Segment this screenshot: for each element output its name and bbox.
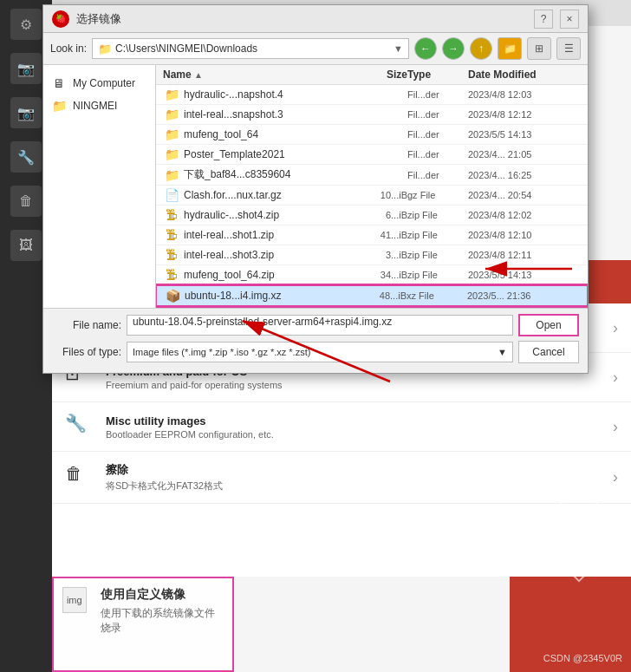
file-name-cell: mufeng_tool_64 [184, 128, 355, 140]
file-date-cell: 2023/4/8 12:03 [468, 89, 581, 100]
dialog-title: 选择镜像 [76, 11, 527, 27]
file-size-cell: 34...iB [355, 270, 407, 280]
file-size-cell: 48...iB [355, 290, 407, 301]
path-text: C:\Users\NINGMEI\Downloads [115, 42, 394, 55]
table-row[interactable]: 📄 Clash.for....nux.tar.gz 10...iB gz Fil… [156, 186, 588, 206]
file-type-cell: Fil...der [407, 149, 468, 160]
file-name-cell: 下载_baf84...c8359604 [184, 167, 355, 182]
computer-icon: 🖥 [50, 76, 68, 90]
filename-label: File name: [52, 319, 121, 331]
file-name-cell: Clash.for....nux.tar.gz [184, 189, 355, 201]
path-combo[interactable]: 📁 C:\Users\NINGMEI\Downloads ▼ [92, 38, 409, 59]
col-header-name: Name ▲ [163, 69, 355, 81]
filetype-value: Image files (*.img *.zip *.iso *.gz *.xz… [133, 347, 310, 357]
table-row[interactable]: 📁 Poster_Template2021 Fil...der 2023/4..… [156, 145, 588, 165]
file-name-cell: hydraulic-...napshot.4 [184, 88, 355, 101]
nav-forward-button[interactable]: → [442, 37, 465, 60]
filetype-label: Files of type: [52, 346, 121, 358]
col-header-date: Date Modified [468, 69, 581, 81]
nav-item-ningmei[interactable]: 📁 NINGMEI [43, 95, 155, 117]
table-row[interactable]: 🗜 intel-real...shot3.zip 3...iB zip File… [156, 245, 588, 265]
file-date-cell: 2023/4... 16:25 [468, 170, 581, 180]
table-row[interactable]: 📁 intel-real...snapshot.3 Fil...der 2023… [156, 105, 588, 125]
file-type-icon: 🗜 [163, 248, 180, 262]
folder-path-icon: 📁 [98, 42, 112, 55]
filetype-arrow-icon: ▼ [498, 347, 507, 357]
col-header-type: Type [407, 69, 468, 81]
file-type-icon: 🗜 [163, 268, 180, 282]
help-button[interactable]: ? [534, 10, 553, 29]
open-button[interactable]: Open [518, 314, 579, 336]
file-chooser-dialog: 🍓 选择镜像 ? × Look in: 📁 C:\Users\NINGMEI\D… [42, 4, 589, 374]
file-size-cell: 3...iB [355, 250, 407, 260]
new-folder-button[interactable]: 📁 [498, 37, 522, 60]
file-name-cell: intel-real...snapshot.3 [184, 108, 355, 121]
filetype-combo[interactable]: Image files (*.img *.zip *.iso *.gz *.xz… [127, 342, 513, 362]
file-date-cell: 2023/4/8 12:10 [468, 230, 581, 240]
grid-view-button[interactable]: ⊞ [527, 37, 551, 60]
file-type-cell: zip File [407, 270, 468, 280]
file-type-cell: zip File [407, 250, 468, 260]
nav-up-button[interactable]: ↑ [470, 37, 492, 60]
col-header-size: Size [355, 69, 407, 81]
file-type-icon: 📁 [163, 147, 180, 161]
table-row[interactable]: 🗜 hydraulic-...shot4.zip 6...iB zip File… [156, 206, 588, 225]
nav-label-my-computer: My Computer [73, 77, 135, 89]
file-date-cell: 2023/4/8 12:02 [468, 210, 581, 220]
dialog-overlay: 🍓 选择镜像 ? × Look in: 📁 C:\Users\NINGMEI\D… [0, 0, 631, 672]
file-size-cell: 10...iB [355, 190, 407, 200]
file-type-cell: Fil...der [407, 89, 468, 100]
table-row[interactable]: 🗜 下载_baf84...9604.zip 41...iB zip File 2… [156, 306, 588, 308]
file-type-cell: gz File [407, 190, 468, 200]
filename-row: File name: ubuntu-18.04.5-preinstalled-s… [52, 314, 579, 336]
file-type-cell: Fil...der [407, 109, 468, 120]
file-type-icon: 📁 [163, 88, 180, 101]
file-type-cell: Fil...der [407, 170, 468, 180]
table-row[interactable]: 📦 ubuntu-18...i4.img.xz 48...iB xz File … [156, 285, 588, 306]
file-type-icon: 🗜 [163, 228, 180, 242]
file-type-icon: 📄 [163, 188, 180, 202]
folder-icon-ningmei: 📁 [50, 99, 68, 113]
nav-item-my-computer[interactable]: 🖥 My Computer [43, 72, 155, 95]
file-date-cell: 2023/5... 21:36 [467, 290, 580, 301]
table-row[interactable]: 🗜 mufeng_tool_64.zip 34...iB zip File 20… [156, 265, 588, 285]
table-row[interactable]: 📁 hydraulic-...napshot.4 Fil...der 2023/… [156, 85, 588, 105]
file-date-cell: 2023/4... 20:54 [468, 190, 581, 200]
list-view-button[interactable]: ☰ [556, 37, 581, 60]
dialog-nav-panel: 🖥 My Computer 📁 NINGMEI [43, 65, 156, 308]
file-type-cell: Fil...der [407, 129, 468, 140]
path-dropdown-arrow: ▼ [394, 43, 403, 54]
file-rows-container: 📁 hydraulic-...napshot.4 Fil...der 2023/… [156, 85, 588, 308]
file-date-cell: 2023/4/8 12:11 [468, 250, 581, 260]
nav-back-button[interactable]: ← [414, 37, 437, 60]
sort-arrow-icon: ▲ [194, 70, 203, 80]
filelist-header: Name ▲ Size Type Date Modified [156, 65, 588, 85]
raspberry-pi-icon: 🍓 [52, 10, 69, 28]
file-type-icon: 🗜 [163, 208, 180, 222]
file-name-cell: Poster_Template2021 [184, 148, 355, 160]
file-name-cell: ubuntu-18...i4.img.xz [185, 290, 355, 302]
file-type-icon: 📦 [164, 289, 181, 303]
filename-input[interactable]: ubuntu-18.04.5-preinstalled-server-arm64… [127, 315, 513, 336]
table-row[interactable]: 🗜 intel-real...shot1.zip 41...iB zip Fil… [156, 225, 588, 245]
look-in-label: Look in: [50, 42, 87, 55]
close-button[interactable]: × [560, 10, 579, 29]
file-type-cell: xz File [407, 290, 467, 301]
file-name-cell: intel-real...shot3.zip [184, 249, 355, 261]
table-row[interactable]: 📁 下载_baf84...c8359604 Fil...der 2023/4..… [156, 165, 588, 186]
file-date-cell: 2023/5/5 14:13 [468, 270, 581, 280]
file-date-cell: 2023/4/8 12:12 [468, 109, 581, 120]
file-date-cell: 2023/4... 21:05 [468, 149, 581, 160]
file-name-cell: hydraulic-...shot4.zip [184, 209, 355, 221]
cancel-button[interactable]: Cancel [518, 341, 579, 363]
file-size-cell: 41...iB [355, 230, 407, 240]
dialog-titlebar: 🍓 选择镜像 ? × [43, 5, 588, 33]
file-type-cell: zip File [407, 210, 468, 220]
dialog-bottom: File name: ubuntu-18.04.5-preinstalled-s… [43, 308, 588, 373]
file-date-cell: 2023/5/5 14:13 [468, 129, 581, 140]
dialog-body: 🖥 My Computer 📁 NINGMEI Name ▲ Size Type [43, 65, 588, 308]
dialog-file-list: Name ▲ Size Type Date Modified 📁 hydraul… [156, 65, 588, 308]
file-type-cell: zip File [407, 230, 468, 240]
table-row[interactable]: 📁 mufeng_tool_64 Fil...der 2023/5/5 14:1… [156, 125, 588, 145]
file-type-icon: 📁 [163, 108, 180, 121]
